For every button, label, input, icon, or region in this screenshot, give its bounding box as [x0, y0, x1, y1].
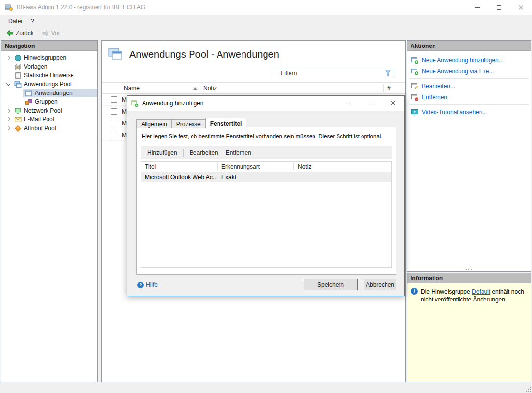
help-label: Hilfe — [146, 281, 158, 288]
row-checkbox[interactable] — [111, 120, 117, 126]
filter-input[interactable] — [274, 70, 385, 77]
nav-item-hinweisgruppen[interactable]: Hinweisgruppen — [1, 53, 97, 62]
column-header-titel[interactable]: Titel — [141, 163, 217, 170]
row-checkbox[interactable] — [111, 132, 117, 138]
nav-item-label: Attribut Pool — [24, 125, 56, 132]
column-header-notiz[interactable]: Notiz — [294, 163, 391, 170]
action-edit[interactable]: Bearbeiten... — [407, 80, 531, 92]
nav-item-netzwerk-pool[interactable]: Netzwerk Pool — [1, 106, 97, 115]
forward-button[interactable]: Vor — [39, 28, 63, 38]
nav-item-email-pool[interactable]: E-Mail Pool — [1, 115, 97, 124]
app-window: { "window": { "title": "IBI-aws Admin 1.… — [0, 0, 532, 393]
row-checkbox[interactable] — [111, 96, 117, 103]
row-name: M — [117, 120, 127, 127]
chevron-right-icon[interactable] — [4, 54, 12, 62]
tab-allgemein[interactable]: Allgemein — [136, 119, 172, 128]
dialog-close-button[interactable] — [382, 96, 404, 110]
maximize-icon — [369, 101, 373, 105]
table-header: Name Notiz # — [102, 82, 405, 94]
gruppen-icon — [25, 98, 32, 106]
action-label: Bearbeiten... — [422, 83, 455, 90]
action-video-tutorial[interactable]: Video-Tutorial ansehen... — [407, 106, 531, 117]
action-new-application-exe[interactable]: Neue Anwendung via Exe... — [407, 66, 531, 77]
nav-item-anwendungen[interactable]: Anwendungen — [1, 89, 97, 97]
nav-item-label: Netzwerk Pool — [24, 107, 62, 114]
column-header-notiz[interactable]: Notiz — [199, 85, 383, 92]
action-list: Neue Anwendung hinzufügen... Neue Anwend… — [407, 51, 531, 117]
row-checkbox[interactable] — [111, 108, 117, 115]
chevron-down-icon[interactable] — [4, 80, 12, 88]
chevron-right-icon[interactable] — [4, 107, 12, 115]
remove-icon — [411, 93, 419, 101]
cell-titel: Microsoft Outlook Web Ac... — [141, 174, 218, 181]
nav-item-attribut-pool[interactable]: Attribut Pool — [1, 124, 97, 133]
column-header-erkennungsart[interactable]: Erkennungsart — [218, 163, 293, 170]
cancel-button[interactable]: Abbrechen — [364, 279, 396, 290]
dialog-body: Allgemein Prozesse Fenstertitel Hier leg… — [127, 111, 404, 296]
remove-title-button[interactable]: Entfernen — [222, 147, 255, 158]
close-icon — [390, 100, 396, 106]
column-label: # — [387, 85, 391, 92]
action-new-application[interactable]: Neue Anwendung hinzufügen... — [407, 54, 531, 66]
tab-page-fenstertitel: Hier legen Sie fest, ob bestimmte Fenste… — [136, 127, 396, 275]
applications-icon — [108, 48, 123, 61]
help-link[interactable]: Hilfe — [137, 281, 158, 288]
resize-grip[interactable] — [525, 386, 531, 392]
toolbar-separator — [183, 149, 184, 157]
edit-title-button[interactable]: Bearbeiten — [186, 147, 222, 158]
chevron-placeholder — [4, 63, 12, 70]
close-button[interactable] — [510, 0, 532, 15]
minimize-button[interactable] — [466, 0, 488, 15]
dialog-tabs: Allgemein Prozesse Fenstertitel — [136, 118, 246, 128]
nav-item-label: Vorlagen — [24, 63, 47, 70]
default-group-link[interactable]: Default — [472, 288, 490, 295]
add-title-button[interactable]: Hinzufügen — [144, 147, 181, 158]
chevron-right-icon[interactable] — [4, 116, 12, 123]
chevron-right-icon[interactable] — [4, 124, 12, 132]
actions-header: Aktionen — [407, 41, 531, 51]
tab-prozesse[interactable]: Prozesse — [171, 119, 206, 128]
app-icon — [5, 3, 13, 11]
save-button[interactable]: Speichern — [304, 279, 358, 290]
menu-help[interactable]: ? — [26, 16, 39, 26]
table-row[interactable]: Microsoft Outlook Web Ac... Exakt — [141, 172, 391, 182]
panel-splitter-grip[interactable] — [407, 269, 531, 270]
tab-fenstertitel[interactable]: Fenstertitel — [205, 118, 247, 128]
nav-item-anwendungs-pool[interactable]: Anwendungs Pool — [1, 80, 97, 89]
filter-box — [271, 69, 394, 78]
email-pool-icon — [14, 116, 22, 123]
maximize-button[interactable] — [488, 0, 510, 15]
back-button[interactable]: Zurück — [3, 28, 37, 38]
separator — [409, 78, 529, 79]
dialog-toolbar: Hinzufügen Bearbeiten Entfernen — [141, 146, 392, 159]
edit-icon — [411, 82, 419, 90]
menubar: Datei ? — [0, 15, 532, 27]
column-label: Notiz — [203, 85, 217, 92]
minimize-icon — [347, 103, 352, 103]
action-label: Entfernen — [422, 94, 447, 101]
info-icon: i — [411, 288, 418, 295]
window-add-exe-icon — [411, 68, 419, 75]
nav-item-statische-hinweise[interactable]: Statische Hinweise — [1, 71, 97, 80]
dialog-maximize-button[interactable] — [360, 96, 382, 110]
anwendungen-icon — [25, 90, 32, 97]
nav-item-label: Statische Hinweise — [24, 72, 73, 79]
menu-datei[interactable]: Datei — [4, 16, 26, 26]
dialog-minimize-button[interactable] — [338, 96, 360, 110]
table-header: Titel Erkennungsart Notiz — [141, 162, 391, 172]
nav-item-label: Anwendungs Pool — [24, 81, 72, 88]
sort-ascending-icon — [193, 87, 197, 90]
forward-label: Vor — [51, 30, 60, 37]
navigation-toolbar: Zurück Vor — [0, 27, 532, 40]
information-header: Information — [407, 273, 531, 283]
actions-panel: Aktionen Neue Anwendung hinzufügen... Ne… — [407, 40, 531, 272]
navigation-header: Navigation — [1, 41, 97, 51]
action-remove[interactable]: Entfernen — [407, 92, 531, 103]
column-label: Name — [124, 85, 140, 92]
column-header-name[interactable]: Name — [121, 85, 199, 92]
nav-item-gruppen[interactable]: Gruppen — [1, 97, 97, 106]
separator — [409, 104, 529, 105]
column-header-count[interactable]: # — [384, 85, 405, 92]
nav-item-vorlagen[interactable]: Vorlagen — [1, 62, 97, 71]
window-title: IBI-aws Admin 1.22.0 - registriert für I… — [17, 4, 145, 11]
